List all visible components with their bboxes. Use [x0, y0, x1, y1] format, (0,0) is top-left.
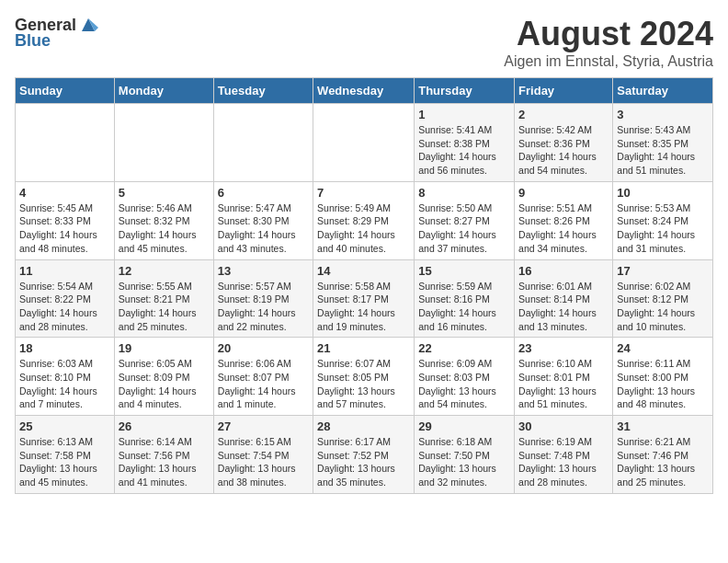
day-number: 18: [19, 341, 110, 355]
calendar-cell: 16Sunrise: 6:01 AM Sunset: 8:14 PM Dayli…: [515, 259, 613, 338]
day-number: 7: [317, 186, 410, 200]
calendar-cell: 10Sunrise: 5:53 AM Sunset: 8:24 PM Dayli…: [613, 181, 713, 259]
calendar-cell: [213, 104, 313, 182]
day-info: Sunrise: 5:41 AM Sunset: 8:38 PM Dayligh…: [418, 123, 510, 178]
calendar-week-row: 1Sunrise: 5:41 AM Sunset: 8:38 PM Daylig…: [16, 104, 713, 182]
day-number: 17: [617, 264, 709, 278]
day-number: 2: [518, 108, 609, 121]
calendar-cell: 12Sunrise: 5:55 AM Sunset: 8:21 PM Dayli…: [114, 259, 213, 338]
day-number: 15: [418, 264, 510, 278]
day-number: 30: [518, 419, 609, 433]
day-number: 9: [518, 186, 609, 200]
calendar-cell: 4Sunrise: 5:45 AM Sunset: 8:33 PM Daylig…: [16, 181, 115, 259]
calendar-cell: 2Sunrise: 5:42 AM Sunset: 8:36 PM Daylig…: [515, 104, 613, 182]
calendar-week-row: 25Sunrise: 6:13 AM Sunset: 7:58 PM Dayli…: [16, 416, 713, 494]
day-info: Sunrise: 5:47 AM Sunset: 8:30 PM Dayligh…: [218, 201, 309, 256]
day-number: 4: [19, 186, 110, 200]
day-info: Sunrise: 5:58 AM Sunset: 8:17 PM Dayligh…: [317, 280, 410, 334]
day-number: 23: [518, 341, 609, 355]
day-number: 24: [617, 341, 709, 355]
day-number: 22: [418, 341, 510, 355]
calendar-cell: 14Sunrise: 5:58 AM Sunset: 8:17 PM Dayli…: [313, 259, 415, 338]
logo: General Blue: [15, 15, 98, 51]
day-number: 28: [317, 419, 410, 433]
day-number: 5: [119, 186, 210, 200]
day-info: Sunrise: 6:13 AM Sunset: 7:58 PM Dayligh…: [19, 435, 110, 489]
day-info: Sunrise: 6:14 AM Sunset: 7:56 PM Dayligh…: [119, 435, 210, 489]
calendar-cell: 9Sunrise: 5:51 AM Sunset: 8:26 PM Daylig…: [515, 181, 613, 259]
day-info: Sunrise: 5:57 AM Sunset: 8:19 PM Dayligh…: [218, 280, 309, 334]
day-info: Sunrise: 6:10 AM Sunset: 8:01 PM Dayligh…: [518, 357, 609, 411]
calendar-week-row: 18Sunrise: 6:03 AM Sunset: 8:10 PM Dayli…: [16, 338, 713, 416]
day-number: 12: [119, 264, 210, 278]
subtitle: Aigen im Ennstal, Styria, Austria: [504, 53, 713, 70]
calendar-week-row: 11Sunrise: 5:54 AM Sunset: 8:22 PM Dayli…: [16, 259, 713, 338]
logo-blue: Blue: [15, 31, 51, 51]
day-info: Sunrise: 6:09 AM Sunset: 8:03 PM Dayligh…: [418, 357, 510, 411]
calendar-cell: 1Sunrise: 5:41 AM Sunset: 8:38 PM Daylig…: [415, 104, 515, 182]
calendar-cell: 17Sunrise: 6:02 AM Sunset: 8:12 PM Dayli…: [613, 259, 713, 338]
day-info: Sunrise: 5:51 AM Sunset: 8:26 PM Dayligh…: [518, 201, 609, 256]
day-number: 26: [119, 419, 210, 433]
calendar-cell: 8Sunrise: 5:50 AM Sunset: 8:27 PM Daylig…: [415, 181, 515, 259]
day-number: 20: [218, 341, 309, 355]
day-number: 11: [19, 264, 110, 278]
day-info: Sunrise: 5:55 AM Sunset: 8:21 PM Dayligh…: [119, 280, 210, 334]
day-number: 8: [418, 186, 510, 200]
main-title: August 2024: [504, 15, 713, 53]
day-number: 29: [418, 419, 510, 433]
calendar-cell: [114, 104, 213, 182]
day-number: 14: [317, 264, 410, 278]
day-info: Sunrise: 6:11 AM Sunset: 8:00 PM Dayligh…: [617, 357, 709, 411]
day-info: Sunrise: 5:54 AM Sunset: 8:22 PM Dayligh…: [19, 280, 110, 334]
calendar-cell: 28Sunrise: 6:17 AM Sunset: 7:52 PM Dayli…: [313, 416, 415, 494]
calendar-cell: 23Sunrise: 6:10 AM Sunset: 8:01 PM Dayli…: [515, 338, 613, 416]
calendar-cell: 15Sunrise: 5:59 AM Sunset: 8:16 PM Dayli…: [415, 259, 515, 338]
day-number: 13: [218, 264, 309, 278]
day-number: 10: [617, 186, 709, 200]
day-info: Sunrise: 5:43 AM Sunset: 8:35 PM Dayligh…: [617, 123, 709, 178]
day-info: Sunrise: 6:06 AM Sunset: 8:07 PM Dayligh…: [218, 357, 309, 411]
calendar-day-header: Saturday: [613, 78, 713, 104]
calendar-day-header: Tuesday: [213, 78, 313, 104]
calendar-cell: 11Sunrise: 5:54 AM Sunset: 8:22 PM Dayli…: [16, 259, 115, 338]
calendar-cell: 24Sunrise: 6:11 AM Sunset: 8:00 PM Dayli…: [613, 338, 713, 416]
calendar-cell: 19Sunrise: 6:05 AM Sunset: 8:09 PM Dayli…: [114, 338, 213, 416]
calendar-cell: 22Sunrise: 6:09 AM Sunset: 8:03 PM Dayli…: [415, 338, 515, 416]
day-info: Sunrise: 6:07 AM Sunset: 8:05 PM Dayligh…: [317, 357, 410, 411]
day-info: Sunrise: 6:02 AM Sunset: 8:12 PM Dayligh…: [617, 280, 709, 334]
day-info: Sunrise: 6:17 AM Sunset: 7:52 PM Dayligh…: [317, 435, 410, 489]
calendar-day-header: Thursday: [415, 78, 515, 104]
calendar-day-header: Sunday: [16, 78, 115, 104]
logo-icon: [78, 15, 98, 35]
day-info: Sunrise: 6:15 AM Sunset: 7:54 PM Dayligh…: [218, 435, 309, 489]
calendar-cell: [16, 104, 115, 182]
calendar-day-header: Wednesday: [313, 78, 415, 104]
calendar-cell: 7Sunrise: 5:49 AM Sunset: 8:29 PM Daylig…: [313, 181, 415, 259]
calendar-cell: 20Sunrise: 6:06 AM Sunset: 8:07 PM Dayli…: [213, 338, 313, 416]
day-info: Sunrise: 5:49 AM Sunset: 8:29 PM Dayligh…: [317, 201, 410, 256]
day-info: Sunrise: 6:03 AM Sunset: 8:10 PM Dayligh…: [19, 357, 110, 411]
day-number: 27: [218, 419, 309, 433]
calendar-cell: 27Sunrise: 6:15 AM Sunset: 7:54 PM Dayli…: [213, 416, 313, 494]
day-info: Sunrise: 6:19 AM Sunset: 7:48 PM Dayligh…: [518, 435, 609, 489]
calendar-cell: 18Sunrise: 6:03 AM Sunset: 8:10 PM Dayli…: [16, 338, 115, 416]
day-info: Sunrise: 6:05 AM Sunset: 8:09 PM Dayligh…: [119, 357, 210, 411]
day-number: 1: [418, 108, 510, 121]
day-info: Sunrise: 5:46 AM Sunset: 8:32 PM Dayligh…: [119, 201, 210, 256]
day-number: 21: [317, 341, 410, 355]
day-info: Sunrise: 5:45 AM Sunset: 8:33 PM Dayligh…: [19, 201, 110, 256]
day-number: 6: [218, 186, 309, 200]
day-info: Sunrise: 5:53 AM Sunset: 8:24 PM Dayligh…: [617, 201, 709, 256]
calendar-cell: 25Sunrise: 6:13 AM Sunset: 7:58 PM Dayli…: [16, 416, 115, 494]
calendar-day-header: Friday: [515, 78, 613, 104]
calendar-cell: 13Sunrise: 5:57 AM Sunset: 8:19 PM Dayli…: [213, 259, 313, 338]
day-number: 3: [617, 108, 709, 121]
calendar-cell: 29Sunrise: 6:18 AM Sunset: 7:50 PM Dayli…: [415, 416, 515, 494]
calendar-cell: 3Sunrise: 5:43 AM Sunset: 8:35 PM Daylig…: [613, 104, 713, 182]
calendar-cell: 26Sunrise: 6:14 AM Sunset: 7:56 PM Dayli…: [114, 416, 213, 494]
calendar-day-header: Monday: [114, 78, 213, 104]
calendar-header-row: SundayMondayTuesdayWednesdayThursdayFrid…: [16, 78, 713, 104]
day-info: Sunrise: 6:18 AM Sunset: 7:50 PM Dayligh…: [418, 435, 510, 489]
day-info: Sunrise: 6:21 AM Sunset: 7:46 PM Dayligh…: [617, 435, 709, 489]
